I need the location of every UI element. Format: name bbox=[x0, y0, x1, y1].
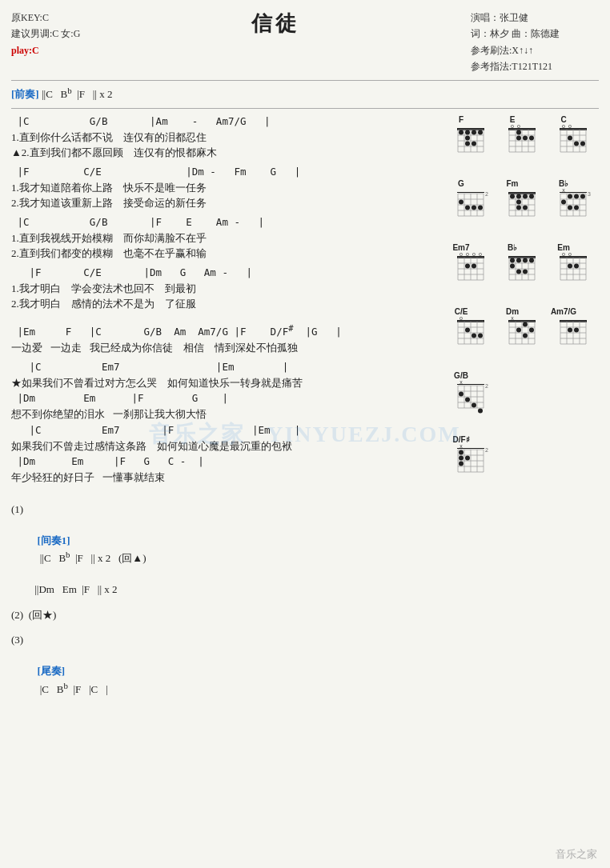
star-verse: |C Em7 |Em | ★如果我们不曾看过对方怎么哭 如何知道快乐一转身就是痛… bbox=[11, 359, 440, 486]
section-1: (1) [间奏1] ||C Bb |F || x 2 (回▲) ||Dm Em … bbox=[11, 502, 440, 598]
lyric-row-6: ★如果我们不曾看过对方怎么哭 如何知道快乐一转身就是痛苦 bbox=[11, 375, 440, 391]
ref-finger: 参考指法:T121T121 bbox=[471, 58, 599, 74]
section-3-label: (3) bbox=[11, 632, 440, 648]
play-key: play:C bbox=[11, 42, 80, 58]
verse3: |C G/B |F E Am - | 1.直到我视线开始模糊 而你却满脸不在乎 … bbox=[11, 214, 440, 262]
main-content: |C G/B |Am - Am7/G | 1.直到你什么话都不说 连仅有的泪都忍… bbox=[11, 114, 599, 716]
chord-row-8: |C Em7 |F |Em | bbox=[11, 422, 440, 438]
chord-row-7: |Dm Em |F G | bbox=[11, 390, 440, 406]
outro-line: [尾奏] |C Bb |F |C | bbox=[11, 648, 440, 713]
section-2-label: (2) (回★) bbox=[11, 607, 440, 623]
section-3: (3) [尾奏] |C Bb |F |C | bbox=[11, 632, 440, 713]
lyric-row-8: 如果我们不曾走过感情这条路 如何知道心魔是最沉重的包袱 bbox=[11, 438, 440, 454]
lyric-row-2b: 2.我才知道该重新上路 接受命运的新任务 bbox=[11, 195, 440, 211]
original-key: 原KEY:C bbox=[11, 10, 80, 26]
lyrics-section: |C G/B |Am - Am7/G | 1.直到你什么话都不说 连仅有的泪都忍… bbox=[11, 114, 440, 716]
page: 原KEY:C 建议男调:C 女:G play:C 信徒 演唱：张卫健 词：林夕 … bbox=[0, 0, 610, 868]
verse4: |F C/E |Dm G Am - | 1.我才明白 学会变法术也回不 到最初 … bbox=[11, 265, 440, 312]
divider-2 bbox=[11, 108, 599, 109]
lyric-row-4b: 2.我才明白 感情的法术不是为 了征服 bbox=[11, 296, 440, 312]
section-2: (2) (回★) bbox=[11, 607, 440, 623]
header-center: 信徒 bbox=[80, 10, 471, 38]
header-left: 原KEY:C 建议男调:C 女:G play:C bbox=[11, 10, 80, 58]
artist: 演唱：张卫健 bbox=[471, 10, 599, 26]
lyric-row-5: 一边爱 一边走 我已经成为你信徒 相信 情到深处不怕孤独 bbox=[11, 340, 440, 356]
suggested-key: 建议男调:C 女:G bbox=[11, 26, 80, 42]
interlude1b-line: ||Dm Em |F || x 2 bbox=[11, 582, 440, 598]
chord-row-6: |C Em7 |Em | bbox=[11, 359, 440, 375]
interlude1-chords: ||C Bb |F || x 2 (回▲) bbox=[38, 552, 146, 564]
chord-row-1: |C G/B |Am - Am7/G | bbox=[11, 114, 440, 130]
chord-row-5: |Em F |C G/B Am Am7/G |F D/F# |G | bbox=[11, 322, 440, 340]
interlude1-label: [间奏1] bbox=[38, 534, 70, 546]
header-right: 演唱：张卫健 词：林夕 曲：陈德建 参考刷法:X↑↓↑ 参考指法:T121T12… bbox=[471, 10, 599, 75]
prelude-label: [前奏] bbox=[11, 88, 39, 100]
chord-row-3: |C G/B |F E Am - | bbox=[11, 214, 440, 230]
section-1-label: (1) bbox=[11, 502, 440, 518]
lyric-row-3b: 2.直到我们都变的模糊 也毫不在乎赢和输 bbox=[11, 246, 440, 262]
chord-row-2: |F C/E |Dm - Fm G | bbox=[11, 164, 440, 180]
lyric-row-2a: 1.我才知道陪着你上路 快乐不是唯一任务 bbox=[11, 180, 440, 196]
ref-strum: 参考刷法:X↑↓↑ bbox=[471, 42, 599, 58]
outro-label: [尾奏] bbox=[38, 665, 66, 677]
outro-chords: |C Bb |F |C | bbox=[38, 683, 108, 695]
verse2: |F C/E |Dm - Fm G | 1.我才知道陪着你上路 快乐不是唯一任务… bbox=[11, 164, 440, 211]
lyric-row-7: 想不到你绝望的泪水 一刹那让我大彻大悟 bbox=[11, 406, 440, 422]
song-title: 信徒 bbox=[80, 10, 471, 38]
verse1: |C G/B |Am - Am7/G | 1.直到你什么话都不说 连仅有的泪都忍… bbox=[11, 114, 440, 161]
prelude: [前奏] ||C Bb |F || x 2 bbox=[11, 86, 599, 102]
chord-row-4: |F C/E |Dm G Am - | bbox=[11, 265, 440, 281]
footer-logo: 音乐之家 bbox=[556, 847, 597, 862]
lyric-row-3a: 1.直到我视线开始模糊 而你却满脸不在乎 bbox=[11, 230, 440, 246]
divider-top bbox=[11, 80, 599, 81]
credits: 词：林夕 曲：陈德建 bbox=[471, 26, 599, 42]
chord-diagrams bbox=[447, 114, 599, 716]
chorus1: |Em F |C G/B Am Am7/G |F D/F# |G | 一边爱 一… bbox=[11, 322, 440, 356]
prelude-chords: ||C Bb |F || x 2 bbox=[42, 88, 113, 100]
chord-row-9: |Dm Em |F G C - | bbox=[11, 454, 440, 470]
chord-canvas bbox=[447, 114, 597, 562]
lyric-row-4a: 1.我才明白 学会变法术也回不 到最初 bbox=[11, 281, 440, 297]
lyric-row-1a: 1.直到你什么话都不说 连仅有的泪都忍住 bbox=[11, 130, 440, 146]
lyric-row-1b: ▲2.直到我们都不愿回顾 连仅有的恨都麻木 bbox=[11, 145, 440, 161]
interlude1-line: [间奏1] ||C Bb |F || x 2 (回▲) bbox=[11, 517, 440, 582]
lyric-row-9: 年少轻狂的好日子 一懂事就结束 bbox=[11, 470, 440, 486]
header: 原KEY:C 建议男调:C 女:G play:C 信徒 演唱：张卫健 词：林夕 … bbox=[11, 10, 599, 75]
